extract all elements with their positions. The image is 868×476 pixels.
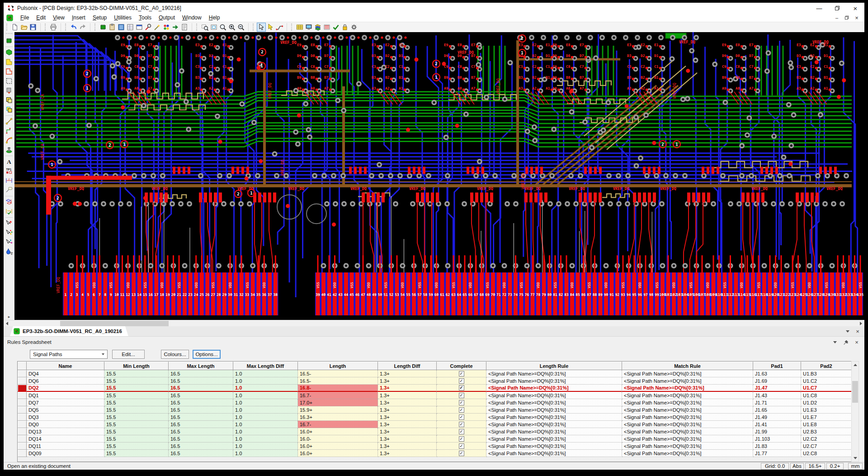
rule-type-select[interactable]: Signal Paths: [30, 350, 108, 359]
pad1-cell[interactable]: J1.103: [753, 435, 801, 443]
pad2-cell[interactable]: U1.E8: [801, 421, 852, 428]
pad2-cell[interactable]: U1.C2: [801, 377, 852, 385]
pad2-cell[interactable]: U2.B3: [801, 428, 852, 435]
len-cell[interactable]: 16.0+: [298, 428, 378, 435]
menu-item-help[interactable]: Help: [205, 14, 224, 21]
table-row-dq4[interactable]: DQ415.516.51.016.5-1.3+✓<Signal Path Nam…: [18, 370, 851, 377]
colours-icon[interactable]: [162, 23, 171, 32]
checkbox-checked-icon[interactable]: ✓: [459, 422, 464, 427]
match-rule-cell[interactable]: <Signal Path Name>=DQ%[0:31%]: [622, 421, 753, 428]
name-cell[interactable]: DQ09: [27, 450, 104, 457]
pad2-cell[interactable]: U1.C7: [801, 385, 852, 392]
lock-design-icon[interactable]: [340, 23, 349, 32]
match-rule-cell[interactable]: <Signal Path Name>=DQ%[0:31%]: [622, 428, 753, 435]
lendiff-cell[interactable]: 1.3+: [378, 428, 437, 435]
name-cell[interactable]: DQ13: [27, 428, 104, 435]
table-row-dq09[interactable]: DQ0915.516.51.016.0+1.3+✓<Signal Path Na…: [18, 450, 851, 457]
colours-button[interactable]: Colours...: [161, 350, 189, 359]
maxdiff-cell[interactable]: 1.0: [233, 377, 298, 385]
length-rule-cell[interactable]: <Signal Path Name>=DQ%[0:31%]: [486, 443, 622, 450]
row-selector[interactable]: [18, 406, 27, 414]
panel-menu-icon[interactable]: [832, 341, 838, 343]
min-cell[interactable]: 15.5: [104, 392, 169, 399]
edit-button[interactable]: Edit...: [112, 350, 145, 359]
min-cell[interactable]: 15.5: [104, 370, 169, 377]
checkbox-checked-icon[interactable]: ✓: [459, 378, 464, 384]
min-cell[interactable]: 15.5: [104, 421, 169, 428]
insert-copper-pour-icon[interactable]: [5, 48, 14, 57]
layer-stack-icon[interactable]: [313, 23, 322, 32]
pad1-cell[interactable]: J1.63: [753, 370, 801, 377]
table-row-dq2[interactable]: DQ215.516.51.016.8-1.3+✓<Signal Path Nam…: [18, 385, 851, 392]
cross-probe-icon[interactable]: [144, 23, 153, 32]
toolbar-expand-icon[interactable]: ▸: [8, 314, 10, 320]
rules-check-icon[interactable]: [331, 23, 340, 32]
maxdiff-cell[interactable]: 1.0: [233, 406, 298, 414]
checkbox-checked-icon[interactable]: ✓: [459, 443, 464, 449]
length-rule-cell[interactable]: <Signal Path Name>=DQ%[0:31%]: [486, 392, 622, 399]
len-cell[interactable]: 15.9+: [298, 406, 378, 414]
menu-item-view[interactable]: View: [49, 14, 68, 21]
lendiff-cell[interactable]: 1.3+: [378, 377, 437, 385]
insert-connection-icon[interactable]: [5, 126, 14, 135]
document-tab[interactable]: EP3-32b-SO-DIMM-V051_RC_A0_190216: [10, 326, 128, 336]
display-monitor-icon[interactable]: [304, 23, 313, 32]
view-window-icon[interactable]: [209, 23, 218, 32]
table-row-dq11[interactable]: DQ1115.516.51.016.0+1.3+✓<Signal Path Na…: [18, 443, 851, 450]
row-selector[interactable]: [18, 450, 27, 457]
row-selector[interactable]: [18, 421, 27, 428]
zoom-out-icon[interactable]: [236, 23, 245, 32]
min-cell[interactable]: 15.5: [104, 450, 169, 457]
horizontal-scroll-track[interactable]: [10, 320, 858, 327]
column-header-max-length-diff[interactable]: Max Length Diff: [233, 362, 298, 370]
insert-callout-icon[interactable]: [5, 186, 14, 195]
menu-item-output[interactable]: Output: [155, 14, 179, 21]
mdi-close-button[interactable]: ×: [852, 14, 862, 21]
max-cell[interactable]: 16.5: [169, 435, 233, 443]
lendiff-cell[interactable]: 1.3+: [378, 399, 437, 406]
row-selector[interactable]: [18, 428, 27, 435]
tab-close-icon[interactable]: ×: [854, 328, 861, 335]
zoom-rect-icon[interactable]: [218, 23, 227, 32]
clipboard-icon[interactable]: [108, 23, 117, 32]
lendiff-cell[interactable]: 1.3+: [378, 406, 437, 414]
lendiff-cell[interactable]: 1.3+: [378, 385, 437, 392]
row-selector[interactable]: [18, 435, 27, 443]
redo-icon[interactable]: [78, 23, 87, 32]
lendiff-cell[interactable]: 1.3+: [378, 421, 437, 428]
mdi-restore-button[interactable]: [842, 14, 852, 21]
len-cell[interactable]: 16.3+: [298, 414, 378, 421]
maxdiff-cell[interactable]: 1.0: [233, 399, 298, 406]
len-cell[interactable]: 16.0+: [298, 450, 378, 457]
insert-board-outline-icon[interactable]: [5, 67, 14, 76]
checkbox-checked-icon[interactable]: ✓: [459, 393, 464, 398]
table-row-dq1[interactable]: DQ115.516.51.016.7-1.3+✓<Signal Path Nam…: [18, 392, 851, 399]
maxdiff-cell[interactable]: 1.0: [233, 392, 298, 399]
min-cell[interactable]: 15.5: [104, 428, 169, 435]
options-icon[interactable]: [349, 23, 359, 32]
min-cell[interactable]: 15.5: [104, 385, 169, 392]
signal-paths-mode-icon[interactable]: [275, 23, 284, 32]
length-rule-cell[interactable]: <Signal Path Name>=DQ%[0:31%]: [486, 421, 622, 428]
maxdiff-cell[interactable]: 1.0: [233, 450, 298, 457]
pad1-cell[interactable]: J1.47: [753, 385, 801, 392]
zoom-frame-icon[interactable]: [200, 23, 209, 32]
pad2-cell[interactable]: U1.C8: [801, 392, 852, 399]
insert-pad-icon[interactable]: [5, 86, 14, 95]
min-cell[interactable]: 15.5: [104, 399, 169, 406]
scroll-right-button[interactable]: [858, 320, 864, 327]
name-cell[interactable]: DQ2: [27, 385, 104, 392]
table-row-dq13[interactable]: DQ1315.516.51.016.0+1.3+✓<Signal Path Na…: [18, 428, 851, 435]
max-cell[interactable]: 16.5: [169, 377, 233, 385]
complete-checkbox-cell[interactable]: ✓: [437, 443, 486, 450]
name-cell[interactable]: DQ6: [27, 377, 104, 385]
close-button[interactable]: ×: [846, 3, 864, 14]
pad2-cell[interactable]: U2.C2: [801, 435, 852, 443]
pad1-cell[interactable]: J1.77: [753, 450, 801, 457]
checkbox-checked-icon[interactable]: ✓: [459, 429, 464, 434]
column-header-length-diff[interactable]: Length Diff: [378, 362, 437, 370]
pad1-cell[interactable]: J1.65: [753, 406, 801, 414]
maxdiff-cell[interactable]: 1.0: [233, 421, 298, 428]
match-rule-cell[interactable]: <Signal Path Name>=DQ%[0:31%]: [622, 392, 753, 399]
rules-spreadsheet-icon[interactable]: [126, 23, 135, 32]
